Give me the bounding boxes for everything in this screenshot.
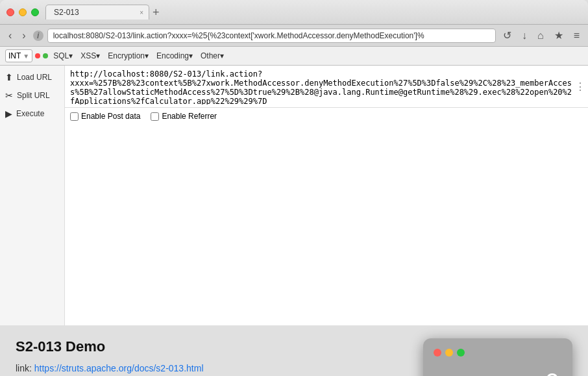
red-dot-indicator bbox=[35, 53, 40, 58]
load-url-button[interactable]: ⬆ Load URL bbox=[0, 68, 64, 86]
tab-close-button[interactable]: × bbox=[140, 9, 143, 16]
new-tab-button[interactable]: + bbox=[153, 6, 160, 19]
browser-body: ⬆ Load URL ✂ Split URL ▶ Execute ⋮ bbox=[0, 66, 588, 376]
tab-title: S2-013 bbox=[54, 8, 79, 17]
encryption-dropdown[interactable]: Encryption▾ bbox=[105, 50, 151, 62]
maximize-traffic-light[interactable] bbox=[31, 8, 39, 16]
url-textarea[interactable] bbox=[65, 66, 588, 105]
docs-link[interactable]: https://struts.apache.org/docs/s2-013.ht… bbox=[34, 363, 204, 373]
enable-referrer-checkbox[interactable]: Enable Referrer bbox=[151, 112, 217, 121]
link-line: link: https://struts.apache.org/docs/s2-… bbox=[16, 363, 410, 373]
scroll-indicator: ⋮ bbox=[575, 81, 585, 93]
split-url-button[interactable]: ✂ Split URL bbox=[0, 86, 64, 105]
calculator: 0 AC+/-%÷789×456−123+0.= bbox=[423, 338, 572, 376]
execute-button[interactable]: ▶ Execute bbox=[0, 105, 64, 123]
type-selector[interactable]: INT ▼ bbox=[5, 49, 32, 62]
navigation-bar: ‹ › i ↺ ↓ ⌂ ★ ≡ bbox=[0, 25, 588, 47]
green-dot-indicator bbox=[43, 53, 48, 58]
left-panel: ⬆ Load URL ✂ Split URL ▶ Execute bbox=[0, 66, 65, 325]
checkboxes-row: Enable Post data Enable Referrer bbox=[65, 108, 588, 125]
other-dropdown[interactable]: Other▾ bbox=[198, 50, 227, 62]
type-value: INT bbox=[8, 51, 21, 60]
menu-button[interactable]: ≡ bbox=[570, 29, 583, 43]
referrer-check[interactable] bbox=[151, 112, 159, 121]
split-url-icon: ✂ bbox=[5, 90, 13, 101]
url-input[interactable] bbox=[47, 29, 496, 43]
home-button[interactable]: ⌂ bbox=[534, 29, 547, 43]
page-body: S2-013 Demo link: https://struts.apache.… bbox=[0, 325, 588, 376]
post-data-check[interactable] bbox=[70, 112, 79, 121]
calc-max-light[interactable] bbox=[457, 349, 465, 357]
type-caret: ▼ bbox=[23, 53, 29, 60]
sql-dropdown[interactable]: SQL▾ bbox=[51, 50, 75, 62]
encoding-dropdown[interactable]: Encoding▾ bbox=[154, 50, 195, 62]
url-area: ⋮ Enable Post data Enable Referrer bbox=[65, 66, 588, 325]
main-content: ⬆ Load URL ✂ Split URL ▶ Execute ⋮ bbox=[0, 66, 588, 325]
info-icon: i bbox=[33, 31, 43, 41]
close-traffic-light[interactable] bbox=[6, 8, 14, 16]
execute-icon: ▶ bbox=[5, 108, 12, 119]
forward-button[interactable]: › bbox=[19, 29, 29, 43]
enable-post-data-checkbox[interactable]: Enable Post data bbox=[70, 112, 140, 121]
load-url-icon: ⬆ bbox=[5, 72, 13, 82]
calc-traffic-lights bbox=[434, 349, 562, 357]
toolbar: INT ▼ SQL▾ XSS▾ Encryption▾ Encoding▾ Ot… bbox=[0, 47, 588, 66]
calc-display: 0 bbox=[434, 363, 562, 376]
url-textarea-wrapper: ⋮ bbox=[65, 66, 588, 108]
browser-tab[interactable]: S2-013 × bbox=[45, 5, 149, 19]
minimize-traffic-light[interactable] bbox=[19, 8, 27, 16]
page-left: S2-013 Demo link: https://struts.apache.… bbox=[16, 338, 410, 376]
back-button[interactable]: ‹ bbox=[5, 29, 15, 43]
bookmark-button[interactable]: ★ bbox=[551, 28, 567, 43]
xss-dropdown[interactable]: XSS▾ bbox=[78, 50, 103, 62]
calc-close-light[interactable] bbox=[434, 349, 441, 357]
calc-min-light[interactable] bbox=[445, 349, 453, 357]
page-title: S2-013 Demo bbox=[16, 338, 410, 355]
reload-button[interactable]: ↺ bbox=[500, 28, 515, 43]
download-button[interactable]: ↓ bbox=[519, 29, 530, 43]
